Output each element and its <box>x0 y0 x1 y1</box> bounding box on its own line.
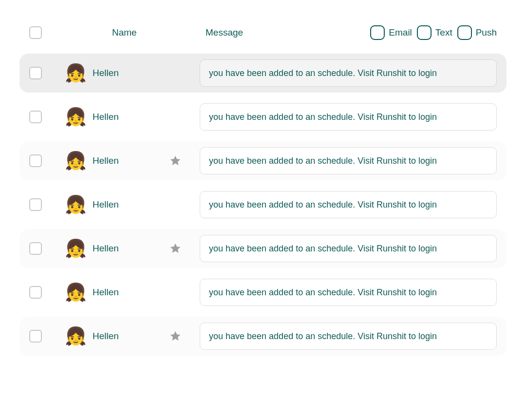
avatar: 👧 <box>58 194 93 215</box>
row-name: Hellen <box>93 243 151 254</box>
table-row: 👧Hellenyou have been added to an schedul… <box>19 273 507 312</box>
column-header-name: Name <box>58 27 200 38</box>
push-checkbox[interactable] <box>457 25 472 40</box>
column-header-message: Message <box>200 27 365 38</box>
table-row: 👧Hellenyou have been added to an schedul… <box>19 185 507 224</box>
message-input[interactable]: you have been added to an schedule. Visi… <box>200 279 497 306</box>
header-option-email: Email <box>370 25 412 40</box>
message-input[interactable]: you have been added to an schedule. Visi… <box>200 191 497 218</box>
header-option-text: Text <box>417 25 452 40</box>
message-input[interactable]: you have been added to an schedule. Visi… <box>200 103 497 131</box>
row-checkbox[interactable] <box>29 330 42 343</box>
table-header: Name Message EmailTextPush <box>19 19 507 54</box>
star-icon[interactable] <box>151 242 200 255</box>
avatar: 👧 <box>58 282 93 303</box>
avatar: 👧 <box>58 238 93 259</box>
row-name: Hellen <box>93 199 151 210</box>
message-input[interactable]: you have been added to an schedule. Visi… <box>200 147 497 174</box>
table-row: 👧Hellenyou have been added to an schedul… <box>19 229 507 268</box>
text-checkbox[interactable] <box>417 25 432 40</box>
message-input[interactable]: you have been added to an schedule. Visi… <box>200 59 497 87</box>
avatar: 👧 <box>58 107 93 127</box>
row-checkbox[interactable] <box>29 286 42 299</box>
row-checkbox[interactable] <box>29 242 42 255</box>
row-checkbox[interactable] <box>29 198 42 211</box>
avatar: 👧 <box>58 151 93 171</box>
message-input[interactable]: you have been added to an schedule. Visi… <box>200 323 497 350</box>
star-icon[interactable] <box>151 330 200 343</box>
row-checkbox[interactable] <box>29 154 42 167</box>
text-label: Text <box>435 27 452 38</box>
row-checkbox[interactable] <box>29 67 42 79</box>
row-name: Hellen <box>93 331 151 342</box>
email-label: Email <box>389 27 412 38</box>
star-icon[interactable] <box>151 154 200 167</box>
row-name: Hellen <box>93 287 151 298</box>
avatar: 👧 <box>58 63 93 83</box>
row-name: Hellen <box>93 112 151 122</box>
table-row: 👧Hellenyou have been added to an schedul… <box>19 317 507 356</box>
table-row: 👧Hellenyou have been added to an schedul… <box>19 141 507 180</box>
message-input[interactable]: you have been added to an schedule. Visi… <box>200 235 497 262</box>
avatar: 👧 <box>58 326 93 346</box>
select-all-checkbox[interactable] <box>29 26 42 39</box>
push-label: Push <box>476 27 497 38</box>
table-row: 👧Hellenyou have been added to an schedul… <box>19 97 507 136</box>
table-row: 👧Hellenyou have been added to an schedul… <box>19 54 507 93</box>
header-option-push: Push <box>457 25 497 40</box>
row-name: Hellen <box>93 68 151 78</box>
row-name: Hellen <box>93 155 151 166</box>
row-checkbox[interactable] <box>29 111 42 123</box>
email-checkbox[interactable] <box>370 25 385 40</box>
